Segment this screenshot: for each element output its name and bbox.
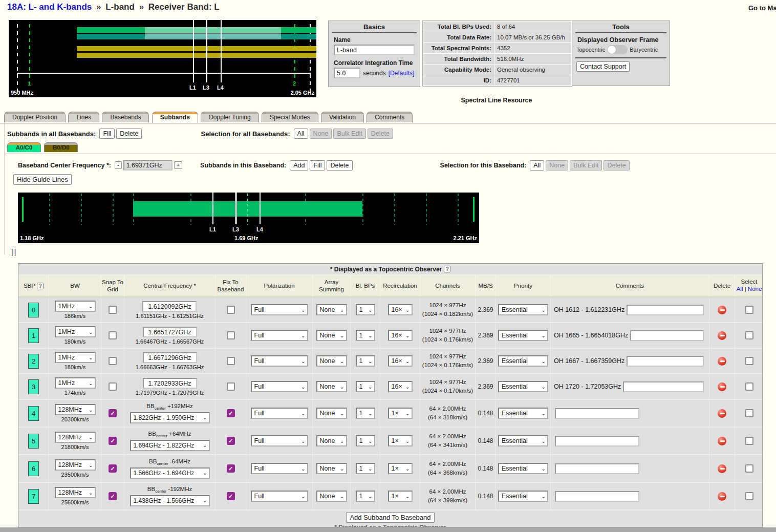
comment-input[interactable] bbox=[555, 491, 639, 502]
tab-doppler-position[interactable]: Doppler Position bbox=[4, 112, 66, 122]
bw-select[interactable]: 128MHz⌄ bbox=[55, 432, 96, 443]
snap-to-grid-checkbox[interactable] bbox=[109, 492, 117, 500]
select-row-checkbox[interactable] bbox=[745, 357, 753, 365]
name-input[interactable]: L-band bbox=[334, 45, 415, 55]
baseband-select-all-button[interactable]: All bbox=[530, 160, 544, 171]
polarization-select[interactable]: Full⌄ bbox=[251, 463, 308, 474]
delete-subband-icon[interactable] bbox=[718, 357, 726, 366]
help-icon[interactable]: ? bbox=[37, 283, 44, 289]
tab-special-modes[interactable]: Special Modes bbox=[262, 112, 318, 122]
delete-button[interactable]: Delete bbox=[327, 160, 352, 171]
select-row-checkbox[interactable] bbox=[745, 409, 753, 417]
comment-input[interactable] bbox=[555, 436, 639, 446]
baseband-delete-selection-button[interactable]: Delete bbox=[603, 160, 629, 171]
comment-input[interactable] bbox=[627, 305, 704, 315]
polarization-select[interactable]: Full⌄ bbox=[251, 304, 308, 315]
bw-select[interactable]: 128MHz⌄ bbox=[55, 487, 96, 498]
fix-to-baseband-checkbox[interactable] bbox=[227, 306, 235, 314]
delete-subband-icon[interactable] bbox=[718, 437, 726, 445]
central-frequency-input[interactable]: 1.6671296GHz bbox=[143, 352, 197, 363]
bulk-edit-button[interactable]: Bulk Edit bbox=[333, 129, 365, 139]
resize-handle[interactable]: || bbox=[11, 248, 17, 256]
comment-input[interactable] bbox=[555, 408, 639, 419]
array-summing-select[interactable]: None⌄ bbox=[316, 491, 347, 502]
fix-to-baseband-checkbox[interactable] bbox=[227, 437, 235, 445]
select-none-button[interactable]: None bbox=[310, 129, 332, 139]
bl-bps-select[interactable]: 1⌄ bbox=[356, 381, 375, 392]
integration-time-input[interactable]: 5.0 bbox=[334, 68, 360, 78]
array-summing-select[interactable]: None⌄ bbox=[316, 355, 347, 367]
array-summing-select[interactable]: None⌄ bbox=[316, 435, 347, 446]
bl-bps-select[interactable]: 1⌄ bbox=[356, 304, 375, 315]
baseband-center-frequency-input[interactable]: 1.69371GHz bbox=[123, 160, 173, 171]
polarization-select[interactable]: Full⌄ bbox=[251, 330, 308, 341]
recirculation-select[interactable]: 1×⌄ bbox=[388, 435, 413, 446]
polarization-select[interactable]: Full⌄ bbox=[251, 408, 308, 419]
select-all-link[interactable]: All bbox=[737, 286, 743, 292]
fill-all-button[interactable]: Fill bbox=[99, 129, 115, 139]
central-frequency-select[interactable]: 1.438GHz - 1.566GHz⌄ bbox=[130, 495, 210, 506]
priority-select[interactable]: Essential⌄ bbox=[498, 355, 548, 367]
snap-to-grid-checkbox[interactable] bbox=[109, 382, 117, 391]
comment-input[interactable] bbox=[630, 330, 704, 341]
bw-select[interactable]: 1MHz⌄ bbox=[55, 377, 96, 389]
select-row-checkbox[interactable] bbox=[745, 492, 753, 500]
observer-frame-toggle[interactable] bbox=[607, 45, 628, 54]
delete-subband-icon[interactable] bbox=[718, 409, 726, 418]
tab-basebands[interactable]: Basebands bbox=[102, 112, 149, 122]
polarization-select[interactable]: Full⌄ bbox=[251, 381, 308, 392]
comment-input[interactable] bbox=[623, 381, 704, 392]
recirculation-select[interactable]: 1×⌄ bbox=[388, 463, 413, 474]
central-frequency-select[interactable]: 1.822GHz - 1.950GHz⌄ bbox=[130, 412, 210, 423]
tab-baseband-b0d0[interactable]: B0/D0 bbox=[44, 142, 78, 152]
snap-to-grid-checkbox[interactable] bbox=[109, 357, 117, 365]
delete-all-button[interactable]: Delete bbox=[116, 129, 142, 139]
horizontal-scrollbar[interactable] bbox=[0, 527, 776, 532]
fix-to-baseband-checkbox[interactable] bbox=[227, 357, 235, 365]
select-all-button[interactable]: All bbox=[294, 129, 308, 139]
bl-bps-select[interactable]: 1⌄ bbox=[356, 463, 375, 474]
array-summing-select[interactable]: None⌄ bbox=[316, 304, 347, 315]
fix-to-baseband-checkbox[interactable] bbox=[227, 409, 235, 417]
polarization-select[interactable]: Full⌄ bbox=[251, 435, 308, 446]
priority-select[interactable]: Essential⌄ bbox=[498, 381, 548, 392]
hide-guide-lines-button[interactable]: Hide Guide Lines bbox=[13, 174, 72, 185]
frequency-decrement-button[interactable]: - bbox=[115, 161, 122, 169]
frequency-increment-button[interactable]: + bbox=[174, 161, 182, 169]
priority-select[interactable]: Essential⌄ bbox=[498, 491, 548, 502]
fix-to-baseband-checkbox[interactable] bbox=[227, 464, 235, 473]
central-frequency-input[interactable]: 1.7202933GHz bbox=[143, 378, 197, 389]
comment-input[interactable] bbox=[555, 463, 639, 474]
go-to-main-link[interactable]: Go to Ma bbox=[748, 4, 776, 12]
priority-select[interactable]: Essential⌄ bbox=[498, 304, 548, 315]
array-summing-select[interactable]: None⌄ bbox=[316, 463, 347, 474]
recirculation-select[interactable]: 16×⌄ bbox=[388, 304, 413, 315]
select-row-checkbox[interactable] bbox=[745, 437, 753, 445]
delete-subband-icon[interactable] bbox=[718, 492, 726, 501]
bw-select[interactable]: 128MHz⌄ bbox=[55, 459, 96, 471]
toggle-knob[interactable] bbox=[607, 45, 616, 54]
breadcrumb-group[interactable]: L-band bbox=[105, 2, 135, 12]
delete-subband-icon[interactable] bbox=[718, 306, 726, 314]
bl-bps-select[interactable]: 1⌄ bbox=[356, 408, 375, 419]
central-frequency-select[interactable]: 1.566GHz - 1.694GHz⌄ bbox=[130, 467, 210, 479]
fix-to-baseband-checkbox[interactable] bbox=[227, 331, 235, 339]
tab-comments[interactable]: Comments bbox=[367, 112, 413, 122]
central-frequency-select[interactable]: 1.694GHz - 1.822GHz⌄ bbox=[130, 440, 210, 451]
baseband-select-none-button[interactable]: None bbox=[546, 160, 568, 171]
tab-validation[interactable]: Validation bbox=[321, 112, 364, 122]
bw-select[interactable]: 1MHz⌄ bbox=[55, 352, 96, 363]
snap-to-grid-checkbox[interactable] bbox=[109, 464, 117, 473]
breadcrumb-project-link[interactable]: 18A: L- and K-bands bbox=[7, 2, 92, 12]
central-frequency-input[interactable]: 1.6651727GHz bbox=[143, 327, 197, 337]
array-summing-select[interactable]: None⌄ bbox=[316, 381, 347, 392]
priority-select[interactable]: Essential⌄ bbox=[498, 330, 548, 341]
priority-select[interactable]: Essential⌄ bbox=[498, 435, 548, 446]
recirculation-select[interactable]: 16×⌄ bbox=[388, 381, 413, 392]
central-frequency-input[interactable]: 1.6120092GHz bbox=[142, 301, 197, 312]
fix-to-baseband-checkbox[interactable] bbox=[227, 382, 235, 391]
bl-bps-select[interactable]: 1⌄ bbox=[356, 355, 375, 367]
bl-bps-select[interactable]: 1⌄ bbox=[356, 330, 375, 341]
defaults-link[interactable]: [Defaults] bbox=[389, 70, 415, 77]
snap-to-grid-checkbox[interactable] bbox=[109, 306, 117, 314]
